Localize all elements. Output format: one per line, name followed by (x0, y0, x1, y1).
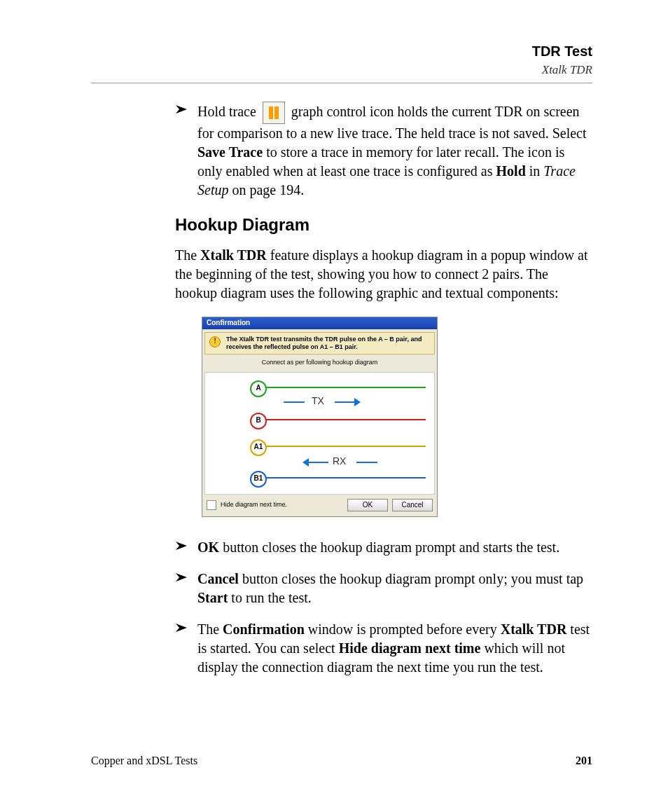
text: window is prompted before every (305, 621, 501, 637)
dialog-titlebar: Confirmation (202, 317, 437, 329)
text: Hold trace (197, 104, 260, 119)
warning-text: The Xtalk TDR test transmits the TDR pul… (226, 336, 430, 351)
text: button closes the hookup diagram prompt … (239, 571, 583, 586)
page-footer: Copper and xDSL Tests 201 (91, 753, 592, 769)
bullet-ok: OK button closes the hookup diagram prom… (175, 538, 592, 557)
bullet-text: Cancel button closes the hookup diagram … (197, 570, 592, 607)
pin-b1: B1 (250, 471, 267, 488)
bullet-arrow-icon (175, 104, 188, 114)
bullet-cancel: Cancel button closes the hookup diagram … (175, 570, 592, 607)
text: button closes the hookup diagram prompt … (219, 539, 559, 555)
footer-left: Copper and xDSL Tests (91, 753, 197, 769)
wire-b1 (265, 477, 426, 479)
hide-label: Hide diagram next time. (221, 501, 287, 509)
pin-a1: A1 (250, 439, 267, 456)
wire-b (265, 419, 426, 420)
text: The (197, 621, 223, 637)
section-heading: Hookup Diagram (175, 214, 592, 236)
pair-b-row: B (205, 412, 434, 427)
bold-hold: Hold (496, 163, 526, 179)
page-number: 201 (576, 753, 592, 769)
pause-icon (263, 102, 285, 124)
warning-icon (209, 336, 221, 347)
header-subtitle: Xtalk TDR (91, 62, 592, 78)
pin-b: B (250, 413, 267, 429)
wire-a (265, 387, 426, 388)
dialog-caption: Connect as per following hookup diagram (202, 359, 437, 366)
intro-paragraph: The Xtalk TDR feature displays a hookup … (175, 246, 592, 303)
running-header: TDR Test Xtalk TDR (91, 42, 592, 78)
rx-arrow: RX (205, 457, 434, 469)
text: to run the test. (228, 590, 311, 605)
dialog-warning: The Xtalk TDR test transmits the TDR pul… (204, 332, 435, 355)
bullet-arrow-icon (175, 572, 188, 582)
bullet-hold-trace: Hold trace graph control icon holds the … (175, 102, 592, 200)
bold-hide: Hide diagram next time (339, 640, 481, 656)
bullet-text: Hold trace graph control icon holds the … (197, 102, 592, 200)
text: in (529, 163, 544, 179)
pin-a: A (250, 380, 267, 397)
tx-label: TX (312, 395, 324, 407)
dialog-footer: Hide diagram next time. OK Cancel (202, 495, 437, 516)
bullet-text: OK button closes the hookup diagram prom… (197, 538, 592, 557)
ok-button[interactable]: OK (347, 499, 388, 511)
confirmation-dialog-screenshot: Confirmation The Xtalk TDR test transmit… (202, 317, 438, 516)
pair-a1-row: A1 (205, 439, 434, 454)
bullet-text: The Confirmation window is prompted befo… (197, 620, 592, 677)
bullet-arrow-icon (175, 623, 188, 633)
text: The (175, 247, 200, 263)
tx-arrow: TX (205, 397, 434, 409)
bullet-confirmation: The Confirmation window is prompted befo… (175, 620, 592, 677)
hide-checkbox[interactable] (207, 500, 216, 510)
pair-b1-row: B1 (205, 470, 434, 486)
pair-a-row: A (205, 380, 434, 395)
header-rule (91, 83, 592, 83)
bold-start: Start (197, 590, 228, 605)
bold-cancel: Cancel (197, 571, 239, 586)
wire-a1 (265, 446, 426, 447)
header-title: TDR Test (91, 42, 592, 61)
bold-xtalk: Xtalk TDR (200, 247, 267, 263)
bold-xtalk: Xtalk TDR (501, 621, 567, 637)
bold-save-trace: Save Trace (197, 144, 263, 160)
bold-confirmation: Confirmation (223, 621, 305, 637)
bullet-arrow-icon (175, 541, 188, 551)
cancel-button[interactable]: Cancel (392, 499, 433, 511)
rx-label: RX (333, 455, 346, 467)
hookup-diagram: A TX B A1 RX B1 (204, 372, 435, 495)
bold-ok: OK (197, 539, 219, 555)
text: on page 194. (232, 182, 304, 198)
